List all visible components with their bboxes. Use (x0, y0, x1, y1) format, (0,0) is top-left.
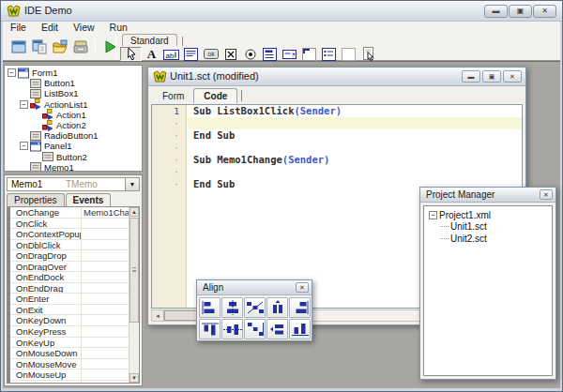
events-scrollbar[interactable]: ▲ ▼ (129, 207, 139, 383)
tree-item-panel1[interactable]: −Panel1 (5, 141, 142, 151)
tree-item-button2[interactable]: Button2 (5, 152, 142, 162)
scroll-up-button[interactable]: ▲ (129, 207, 139, 217)
expand-toggle[interactable]: − (429, 211, 437, 219)
palette-checkbox-icon[interactable] (221, 47, 240, 61)
tree-item-action2[interactable]: Action2 (5, 120, 142, 130)
expand-toggle[interactable]: − (20, 142, 28, 150)
code-line[interactable]: End Sub (188, 129, 522, 142)
event-value[interactable] (82, 369, 129, 380)
align-h-centers-button[interactable] (221, 297, 243, 318)
tree-item-memo1[interactable]: Memo1 (5, 162, 142, 172)
new-unit-button[interactable] (29, 37, 50, 57)
combo-dropdown-button[interactable]: ▼ (125, 178, 139, 190)
palette-actionlist-icon[interactable] (358, 47, 378, 61)
minimize-button[interactable]: ▬ (484, 5, 508, 18)
palette-cursor-icon[interactable] (120, 47, 142, 61)
tab-code[interactable]: Code (193, 88, 237, 103)
align-bottoms-button[interactable] (289, 319, 311, 339)
align-titlebar[interactable]: Align ✕ (197, 280, 312, 295)
palette-edit-icon[interactable]: ab (161, 47, 181, 61)
tab-properties[interactable]: Properties (7, 193, 65, 206)
event-value[interactable] (82, 283, 129, 294)
event-row-onenddock[interactable]: OnEndDock (10, 272, 129, 283)
space-equally-h-button[interactable] (244, 297, 266, 318)
event-value[interactable] (82, 262, 129, 272)
maximize-button[interactable]: ▣ (509, 5, 532, 18)
event-row-onkeypress[interactable]: OnKeyPress (10, 326, 129, 338)
palette-radiobutton-icon[interactable] (240, 47, 260, 61)
palette-button-icon[interactable]: ok (201, 47, 221, 61)
event-value[interactable] (82, 315, 129, 325)
event-value[interactable] (82, 348, 129, 358)
event-row-oncontextpopup[interactable]: OnContextPopup (10, 229, 129, 240)
event-row-ondragover[interactable]: OnDragOver (10, 262, 129, 273)
open-button[interactable] (50, 37, 70, 57)
palette-listview-icon[interactable] (319, 47, 339, 61)
event-row-ondragdrop[interactable]: OnDragDrop (10, 250, 129, 262)
palette-label-icon[interactable]: A (142, 47, 161, 61)
palette-listbox-icon[interactable] (260, 47, 280, 61)
event-value[interactable] (82, 338, 129, 348)
code-window-titlebar[interactable]: Unit1.sct (modified) ▬ ▣ ✕ (148, 68, 525, 86)
event-value[interactable] (82, 381, 129, 384)
event-row-onchange[interactable]: OnChangeMemo1Change (10, 207, 129, 219)
event-row-onclick[interactable]: OnClick (10, 219, 129, 230)
project-item-unit2.sct[interactable]: Unit2.sct (424, 233, 552, 245)
code-line[interactable] (188, 166, 522, 178)
align-left-edges-button[interactable] (199, 297, 221, 318)
new-form-button[interactable] (8, 37, 29, 57)
code-line[interactable]: Sub Memo1Change(Sender) (188, 154, 522, 166)
tab-form[interactable]: Form (153, 89, 193, 103)
palette-tab-standard[interactable]: Standard (122, 34, 177, 46)
tree-item-radiobutton1[interactable]: RadioButton1 (5, 130, 142, 141)
expand-toggle[interactable]: − (8, 68, 16, 77)
object-selector-combo[interactable]: Memo1 TMemo ▼ (7, 177, 140, 191)
event-value[interactable] (82, 294, 129, 304)
event-row-ondblclick[interactable]: OnDblClick (10, 240, 129, 251)
menu-item-run[interactable]: Run (102, 22, 135, 34)
save-button[interactable] (70, 37, 91, 57)
expand-toggle[interactable]: − (20, 100, 28, 109)
code-minimize-button[interactable]: ▬ (462, 70, 480, 83)
code-line[interactable] (188, 117, 522, 129)
tree-item-form1[interactable]: −Form1 (5, 68, 142, 78)
event-row-onenddrag[interactable]: OnEndDrag (10, 283, 129, 294)
palette-memo-icon[interactable] (181, 47, 201, 61)
code-line[interactable] (188, 142, 522, 154)
event-value[interactable] (82, 359, 129, 369)
tab-events[interactable]: Events (66, 193, 112, 206)
center-h-in-window-button[interactable] (266, 297, 288, 318)
event-value[interactable] (82, 272, 129, 282)
event-row-onmousedown[interactable]: OnMouseDown (10, 348, 129, 359)
project-manager-titlebar[interactable]: Project Manager ✕ (420, 188, 555, 203)
menu-item-view[interactable]: View (66, 22, 102, 34)
menu-item-file[interactable]: File (3, 22, 34, 34)
tree-item-listbox1[interactable]: ListBox1 (5, 88, 142, 98)
event-row-onmousemove[interactable]: OnMouseMove (10, 359, 129, 370)
project-item-project1.xml[interactable]: −Project1.xml (424, 209, 552, 221)
palette-combobox-icon[interactable] (280, 47, 299, 61)
event-value[interactable] (82, 326, 129, 337)
tree-item-button1[interactable]: Button1 (5, 78, 142, 88)
align-right-edges-button[interactable] (289, 297, 311, 318)
run-button[interactable] (99, 37, 120, 57)
center-v-in-window-button[interactable] (266, 319, 288, 339)
tree-item-action1[interactable]: Action1 (5, 110, 142, 120)
event-value[interactable]: Memo1Change (82, 207, 129, 218)
code-restore-button[interactable]: ▣ (482, 70, 501, 83)
align-tops-button[interactable] (199, 319, 221, 339)
project-item-unit1.sct[interactable]: Unit1.sct (424, 221, 552, 234)
event-value[interactable] (82, 250, 129, 261)
event-row-onstartdock[interactable]: OnStartDock (10, 381, 129, 384)
scroll-thumb[interactable] (129, 218, 139, 323)
space-equally-v-button[interactable] (244, 319, 266, 339)
hscroll-left-button[interactable]: ◂ (152, 310, 164, 321)
event-row-onkeyup[interactable]: OnKeyUp (10, 338, 129, 349)
event-value[interactable] (82, 240, 129, 250)
code-close-button[interactable]: ✕ (503, 70, 522, 83)
event-row-onmouseup[interactable]: OnMouseUp (10, 369, 129, 381)
title-bar[interactable]: IDE Demo ▬ ▣ ✕ (1, 1, 562, 22)
event-row-onenter[interactable]: OnEnter (10, 294, 129, 305)
palette-panel-icon[interactable] (299, 47, 319, 61)
menu-item-edit[interactable]: Edit (34, 22, 66, 34)
